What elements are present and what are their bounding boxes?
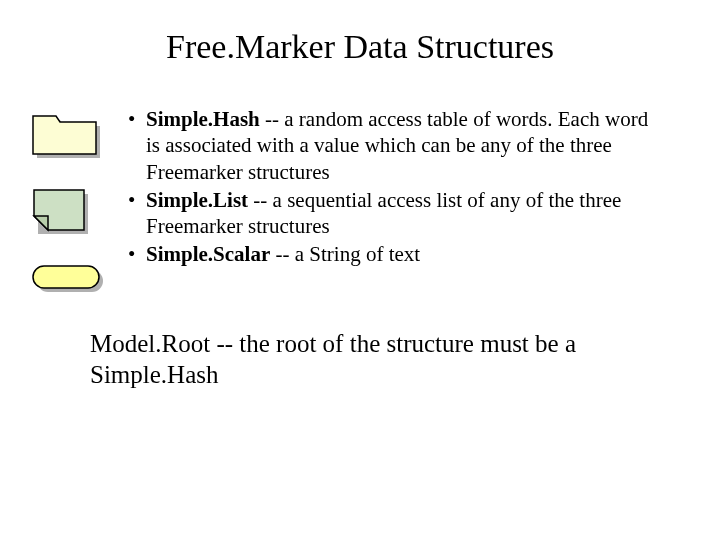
desc: -- a String of text — [270, 242, 420, 266]
footer-note: Model.Root -- the root of the structure … — [90, 328, 600, 391]
list-item-text: Simple.Scalar -- a String of text — [146, 241, 660, 267]
svg-rect-2 — [33, 266, 99, 288]
content-row: • Simple.Hash -- a random access table o… — [30, 106, 660, 298]
bullet-dot: • — [128, 241, 146, 267]
bullet-dot: • — [128, 187, 146, 240]
list-item-text: Simple.Hash -- a random access table of … — [146, 106, 660, 185]
bullet-dot: • — [128, 106, 146, 185]
list-item-text: Simple.List -- a sequential access list … — [146, 187, 660, 240]
folder-icon — [30, 108, 104, 158]
icon-column — [30, 108, 110, 298]
list-item: • Simple.Scalar -- a String of text — [128, 241, 660, 267]
scalar-icon — [30, 262, 104, 298]
slide-title: Free.Marker Data Structures — [0, 28, 720, 66]
term: Simple.Hash — [146, 107, 260, 131]
note-icon — [30, 186, 104, 234]
term: Simple.Scalar — [146, 242, 270, 266]
list-item: • Simple.List -- a sequential access lis… — [128, 187, 660, 240]
bullet-list: • Simple.Hash -- a random access table o… — [128, 106, 660, 270]
term: Simple.List — [146, 188, 248, 212]
list-item: • Simple.Hash -- a random access table o… — [128, 106, 660, 185]
